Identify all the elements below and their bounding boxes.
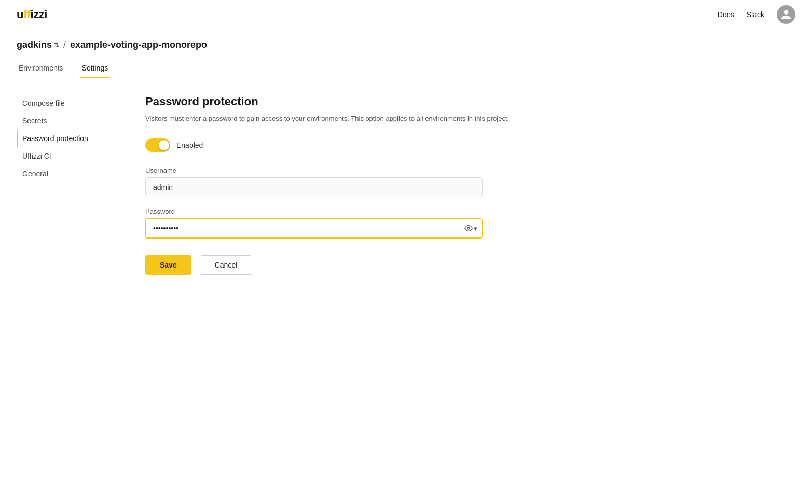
tabs: Environments Settings [0,59,812,78]
org-selector[interactable]: gadkins ⇅ [17,39,59,50]
section-title: Password protection [145,95,795,108]
docs-link[interactable]: Docs [718,10,734,19]
toggle-row: Enabled [145,138,795,152]
password-input[interactable] [145,218,483,239]
sidebar-compose-file[interactable]: Compose file [17,95,120,111]
breadcrumb: gadkins ⇅ / example-voting-app-monorepo [0,29,812,59]
chevron-down-icon: ▾ [474,225,477,232]
topnav-links: Docs Slack [718,5,795,24]
toggle-thumb [159,140,169,150]
topnav: uffizzi Docs Slack [0,0,812,29]
slack-link[interactable]: Slack [747,10,764,19]
sidebar-uffizzi-ci[interactable]: Uffizzi CI [17,148,120,164]
sidebar-secrets[interactable]: Secrets [17,113,120,129]
breadcrumb-separator: / [63,39,66,50]
org-chevron-icon: ⇅ [54,41,59,49]
svg-point-0 [467,227,470,229]
cancel-button[interactable]: Cancel [200,255,253,275]
logo: uffizzi [17,8,47,21]
password-visibility-toggle[interactable]: ▾ [464,224,477,232]
sidebar-general[interactable]: General [17,165,120,182]
avatar[interactable] [777,5,795,24]
section-description: Visitors must enter a password to gain a… [145,114,795,124]
project-name: example-voting-app-monorepo [70,39,207,50]
org-name: gadkins [17,39,52,50]
button-row: Save Cancel [145,255,795,275]
password-field-group: Password ▾ [145,207,795,239]
main-content: Password protection Visitors must enter … [120,95,795,275]
toggle-label: Enabled [176,141,203,149]
username-label: Username [145,166,795,174]
sidebar-password-protection[interactable]: Password protection [17,130,120,147]
enabled-toggle[interactable] [145,138,170,152]
password-wrapper: ▾ [145,218,483,239]
username-input[interactable] [145,177,483,197]
page-body: Compose file Secrets Password protection… [0,78,812,291]
tab-settings[interactable]: Settings [80,59,111,78]
sidebar: Compose file Secrets Password protection… [17,95,120,275]
password-label: Password [145,207,795,215]
tab-environments[interactable]: Environments [17,59,65,78]
username-field-group: Username [145,166,795,197]
save-button[interactable]: Save [145,255,191,275]
